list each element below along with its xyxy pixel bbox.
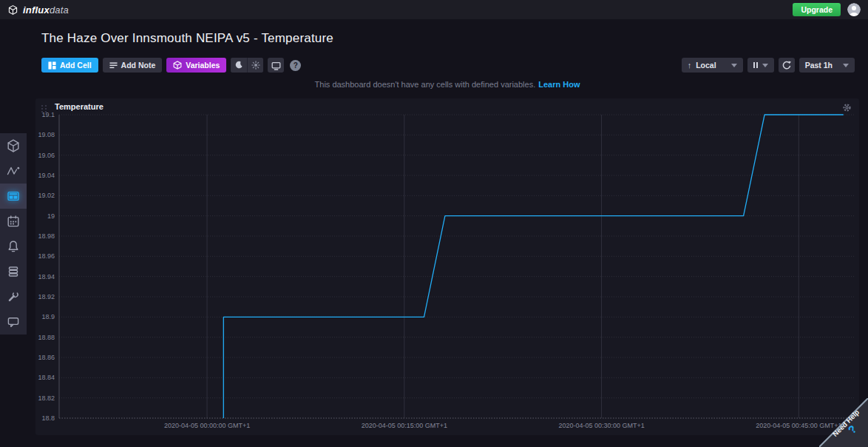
auto-refresh-pause-dropdown[interactable] xyxy=(747,58,774,73)
chevron-down-icon xyxy=(762,64,768,67)
bell-icon xyxy=(6,239,21,254)
svg-text:2020-04-05 00:15:00 GMT+1: 2020-04-05 00:15:00 GMT+1 xyxy=(362,422,447,429)
upgrade-button[interactable]: Upgrade xyxy=(793,3,841,16)
refresh-button[interactable] xyxy=(779,58,795,73)
sun-icon xyxy=(251,61,260,70)
svg-text:18.84: 18.84 xyxy=(38,374,55,381)
theme-toggle-group xyxy=(231,58,263,73)
svg-text:19.04: 19.04 xyxy=(38,172,55,179)
sidebar-item-data-explorer[interactable] xyxy=(0,158,27,184)
pause-icon xyxy=(753,62,758,68)
svg-text:18.8: 18.8 xyxy=(41,414,55,422)
refresh-icon xyxy=(782,61,791,70)
add-cell-button[interactable]: Add Cell xyxy=(41,58,98,73)
sidebar-item-feedback[interactable] xyxy=(0,309,27,335)
notice-text: This dashboard doesn't have any cells wi… xyxy=(315,80,536,89)
timezone-arrow-icon: ↑ xyxy=(688,61,692,70)
influxdb-cube-icon xyxy=(6,138,21,153)
sidebar-item-home[interactable] xyxy=(0,133,27,158)
dark-theme-button[interactable] xyxy=(231,58,247,73)
svg-text:18.96: 18.96 xyxy=(38,252,55,260)
svg-text:18.82: 18.82 xyxy=(38,394,55,402)
top-nav-bar: influxdata Upgrade xyxy=(0,0,868,19)
help-button[interactable]: ? xyxy=(290,60,301,71)
influxdata-logo-icon xyxy=(7,4,18,16)
sidebar-item-settings[interactable] xyxy=(0,284,27,309)
chat-bubble-icon xyxy=(6,315,21,329)
learn-how-link[interactable]: Learn How xyxy=(538,80,580,89)
svg-text:19: 19 xyxy=(47,212,55,220)
need-help-ribbon[interactable]: Need Help ? xyxy=(819,398,868,447)
variables-cube-icon xyxy=(173,61,182,70)
database-stack-icon xyxy=(6,264,21,279)
avatar-person-icon xyxy=(847,3,861,16)
svg-text:19.06: 19.06 xyxy=(38,152,55,159)
app-root: influxdata Upgrade The Haze Over Innsmou… xyxy=(0,0,868,447)
svg-text:2020-04-05 00:00:00 GMT+1: 2020-04-05 00:00:00 GMT+1 xyxy=(164,422,250,429)
dashboards-icon xyxy=(6,189,21,204)
svg-text:18.88: 18.88 xyxy=(38,334,55,341)
svg-text:18.9: 18.9 xyxy=(41,313,55,320)
presentation-mode-button[interactable] xyxy=(268,58,284,73)
presentation-mode-icon xyxy=(271,61,281,70)
light-theme-button[interactable] xyxy=(247,58,263,73)
timezone-dropdown[interactable]: ↑ Local xyxy=(682,58,743,73)
variables-notice: This dashboard doesn't have any cells wi… xyxy=(27,80,868,89)
sidebar-item-alerts[interactable] xyxy=(0,234,27,259)
add-cell-icon xyxy=(48,61,56,70)
svg-text:19.1: 19.1 xyxy=(41,111,55,118)
moon-icon xyxy=(234,61,243,70)
variables-button[interactable]: Variables xyxy=(166,58,226,73)
svg-text:19.02: 19.02 xyxy=(38,192,55,199)
influxdata-logo[interactable]: influxdata xyxy=(7,4,69,16)
add-note-button[interactable]: Add Note xyxy=(103,58,163,73)
svg-text:19.08: 19.08 xyxy=(38,131,55,138)
toolbar-right: ↑ Local Past 1h xyxy=(682,58,855,73)
svg-text:18.86: 18.86 xyxy=(38,354,55,361)
sidebar-item-load-data[interactable] xyxy=(0,259,27,284)
add-note-icon xyxy=(109,61,118,70)
graph-line-icon xyxy=(6,164,21,178)
brand-text: influxdata xyxy=(23,4,69,16)
calendar-icon xyxy=(6,214,21,229)
temperature-chart[interactable]: 19.119.0819.0619.0419.021918.9818.9618.9… xyxy=(35,98,859,435)
sidebar-item-tasks[interactable] xyxy=(0,209,27,234)
user-avatar[interactable] xyxy=(847,3,861,16)
page-title: The Haze Over Innsmouth NEIPA v5 - Tempe… xyxy=(41,31,333,46)
sidebar-item-dashboards[interactable] xyxy=(0,184,27,209)
chevron-down-icon xyxy=(731,64,737,67)
svg-text:18.92: 18.92 xyxy=(38,293,55,300)
topbar-right: Upgrade xyxy=(793,3,861,16)
temperature-cell: Temperature 19.119.0819.0619.0419.021918… xyxy=(35,98,859,435)
svg-text:18.94: 18.94 xyxy=(38,273,55,280)
toolbar-left: Add Cell Add Note Variables xyxy=(41,58,301,73)
time-range-dropdown[interactable]: Past 1h xyxy=(799,58,855,73)
left-sidebar xyxy=(0,133,27,335)
svg-text:18.98: 18.98 xyxy=(38,232,55,240)
svg-text:2020-04-05 00:30:00 GMT+1: 2020-04-05 00:30:00 GMT+1 xyxy=(558,422,644,429)
chevron-down-icon xyxy=(843,64,849,67)
wrench-icon xyxy=(6,289,21,304)
